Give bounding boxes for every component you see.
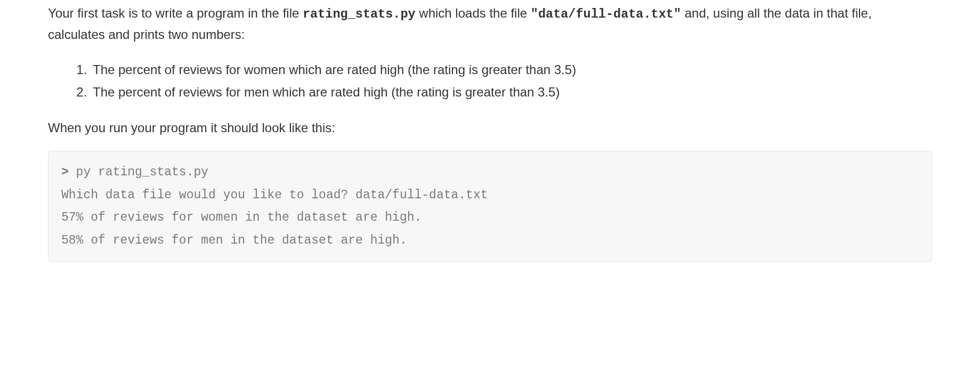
intro-text-2: which loads the file bbox=[416, 6, 531, 20]
intro-text-1: Your first task is to write a program in… bbox=[48, 6, 303, 20]
code-block: > py rating_stats.py Which data file wou… bbox=[48, 151, 932, 262]
list-item: The percent of reviews for men which are… bbox=[91, 82, 932, 102]
list-item: The percent of reviews for women which a… bbox=[91, 60, 932, 80]
intro-paragraph: Your first task is to write a program in… bbox=[48, 0, 932, 45]
filename-code-2: data/full-data.txt bbox=[538, 7, 674, 21]
output-line: Which data file would you like to load? … bbox=[61, 188, 488, 202]
output-line: 58% of reviews for men in the dataset ar… bbox=[61, 233, 407, 247]
output-line: 57% of reviews for women in the dataset … bbox=[61, 211, 422, 224]
shell-command: py rating_stats.py bbox=[69, 165, 208, 179]
shell-prompt: > bbox=[61, 165, 69, 179]
quote-open: " bbox=[531, 7, 538, 21]
document-page: Your first task is to write a program in… bbox=[0, 0, 980, 387]
ordered-list: The percent of reviews for women which a… bbox=[48, 60, 932, 103]
filename-code-1: rating_stats.py bbox=[303, 7, 416, 21]
lead-paragraph: When you run your program it should look… bbox=[48, 118, 932, 138]
quote-close: " bbox=[674, 7, 681, 21]
